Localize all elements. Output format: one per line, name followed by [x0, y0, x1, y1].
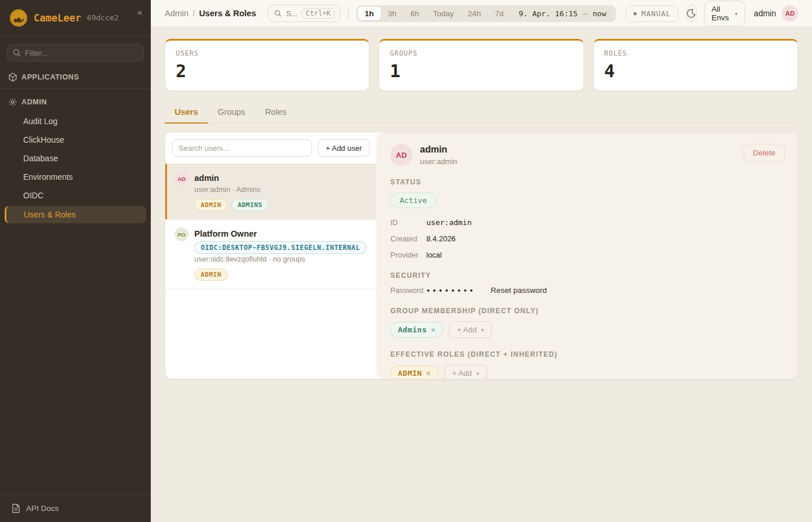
- user-list-item-platform-owner[interactable]: PO Platform Owner OIDC:DESKTOP-FB5VGJ9.S…: [165, 219, 376, 289]
- breadcrumb-separator: /: [193, 9, 195, 18]
- search-icon: [12, 48, 21, 57]
- delete-user-button[interactable]: Delete: [744, 144, 785, 162]
- time-range-1h[interactable]: 1h: [358, 7, 381, 20]
- api-docs-link[interactable]: API Docs: [0, 494, 151, 522]
- topbar-user: admin AD: [754, 5, 798, 21]
- stat-groups-value: 1: [390, 61, 572, 81]
- sidebar: « CameLeer 69dcce2 APPLICATIONS ADMIN Au…: [0, 0, 151, 522]
- time-from: 9. Apr. 16:15: [519, 9, 578, 18]
- sidebar-item-users-roles[interactable]: Users & Roles: [5, 206, 146, 223]
- status-badge: Active: [390, 193, 436, 208]
- sidebar-divider: [0, 88, 151, 89]
- stats-row: USERS 2 GROUPS 1 ROLES 4: [165, 39, 798, 91]
- reset-password-link[interactable]: Reset password: [491, 286, 547, 295]
- user-item-name: admin: [194, 172, 269, 183]
- user-list-toolbar: + Add user: [165, 132, 376, 164]
- remove-role-icon[interactable]: ×: [426, 369, 431, 378]
- manual-refresh-button[interactable]: ● MANUAL: [626, 5, 679, 22]
- section-applications: APPLICATIONS: [0, 65, 151, 87]
- search-users-input[interactable]: [172, 139, 312, 157]
- field-id-label: ID: [390, 218, 426, 227]
- stat-card-users: USERS 2: [165, 39, 369, 91]
- password-dots: ••••••••: [426, 287, 476, 295]
- topbar-username: admin: [754, 9, 776, 18]
- users-panel: + Add user AD admin user:admin · Admins …: [165, 132, 798, 379]
- user-detail-panel: Delete AD admin user:admin STATUS Active…: [376, 132, 798, 379]
- sidebar-filter-input[interactable]: [7, 44, 144, 61]
- camel-logo-icon: [9, 9, 28, 27]
- time-range-6h[interactable]: 6h: [404, 7, 426, 20]
- remove-group-icon[interactable]: ×: [431, 325, 436, 334]
- sidebar-item-clickhouse[interactable]: ClickHouse: [0, 131, 151, 148]
- avatar: AD: [390, 144, 412, 166]
- tab-roles[interactable]: Roles: [255, 103, 296, 124]
- user-item-name: Platform Owner: [194, 227, 367, 238]
- stat-users-label: USERS: [176, 49, 358, 57]
- role-chip-admin: ADMIN ×: [390, 365, 438, 379]
- breadcrumb-admin[interactable]: Admin: [165, 9, 188, 18]
- add-role-button[interactable]: + Add ▾: [444, 365, 487, 379]
- field-provider-value: local: [426, 251, 442, 259]
- chevron-down-icon: ▾: [735, 10, 738, 17]
- app-version: 69dcce2: [87, 13, 119, 22]
- gear-icon: [8, 97, 17, 107]
- stat-card-roles: ROLES 4: [593, 39, 798, 91]
- user-list-item-admin[interactable]: AD admin user:admin · Admins ADMIN ADMIN…: [165, 164, 376, 219]
- field-provider: Provider local: [390, 251, 784, 259]
- cube-icon: [8, 72, 17, 82]
- stat-groups-label: GROUPS: [390, 49, 572, 57]
- field-id: ID user:admin: [390, 218, 784, 227]
- add-role-label: + Add: [452, 369, 472, 378]
- stat-roles-value: 4: [604, 61, 787, 81]
- breadcrumb-current: Users & Roles: [199, 9, 256, 18]
- search-icon: [274, 9, 282, 17]
- section-admin-label: ADMIN: [21, 98, 47, 106]
- time-range-3h[interactable]: 3h: [381, 7, 404, 20]
- moon-icon: [687, 9, 696, 18]
- group-chip-label: Admins: [398, 325, 427, 334]
- group-badge: ADMINS: [231, 199, 269, 211]
- role-badge: ADMIN: [194, 199, 228, 211]
- tab-groups[interactable]: Groups: [208, 103, 255, 124]
- manual-label: MANUAL: [641, 9, 671, 18]
- search-label: S...: [286, 9, 298, 18]
- api-docs-label: API Docs: [26, 504, 59, 513]
- user-list-panel: + Add user AD admin user:admin · Admins …: [165, 132, 376, 379]
- field-created: Created 8.4.2026: [390, 234, 784, 243]
- user-list-empty-space: [165, 289, 376, 379]
- roles-section-label: EFFECTIVE ROLES (DIRECT + INHERITED): [390, 350, 784, 358]
- groups-section-label: GROUP MEMBERSHIP (DIRECT ONLY): [390, 307, 784, 315]
- avatar: PO: [175, 227, 188, 241]
- sidebar-item-environments[interactable]: Environments: [0, 168, 151, 186]
- user-item-meta: user:admin · Admins: [194, 186, 269, 194]
- user-avatar[interactable]: AD: [782, 5, 798, 21]
- environment-select-value: All Envs: [712, 5, 735, 22]
- time-range-today[interactable]: Today: [426, 7, 461, 20]
- avatar: AD: [175, 172, 188, 186]
- oidc-provider-badge: OIDC:DESKTOP-FB5VGJ9.SIEGELN.INTERNAL: [194, 241, 367, 254]
- dark-mode-toggle[interactable]: [686, 5, 697, 22]
- main-area: Admin / Users & Roles S... Ctrl+K 1h 3h …: [151, 0, 812, 522]
- time-range-24h[interactable]: 24h: [461, 7, 488, 20]
- detail-user-name: admin: [420, 144, 457, 155]
- sidebar-collapse-icon[interactable]: «: [135, 6, 145, 18]
- time-range-group: 1h 3h 6h Today 24h 7d 9. Apr. 16:15 – no…: [356, 5, 616, 22]
- field-created-value: 8.4.2026: [426, 234, 456, 243]
- user-item-meta: user:oidc:8evzqofluhld · no groups: [194, 255, 367, 263]
- add-group-button[interactable]: + Add ▾: [449, 321, 492, 338]
- sidebar-item-oidc[interactable]: OIDC: [0, 187, 151, 204]
- global-search-button[interactable]: S... Ctrl+K: [268, 5, 340, 22]
- sidebar-item-database[interactable]: Database: [0, 150, 151, 167]
- group-membership-row: Admins × + Add ▾: [390, 321, 784, 338]
- manual-dot-icon: ●: [633, 10, 637, 16]
- breadcrumb: Admin / Users & Roles: [165, 9, 256, 18]
- environment-select[interactable]: All Envs ▾: [704, 1, 745, 26]
- time-range-7d[interactable]: 7d: [488, 7, 510, 20]
- sidebar-item-audit-log[interactable]: Audit Log: [0, 113, 151, 130]
- tab-users[interactable]: Users: [165, 103, 208, 124]
- detail-user-id: user:admin: [420, 157, 457, 166]
- time-range-display[interactable]: 9. Apr. 16:15 – now: [510, 7, 614, 20]
- field-provider-label: Provider: [390, 251, 426, 259]
- add-user-button[interactable]: + Add user: [318, 139, 369, 157]
- document-icon: [12, 503, 20, 513]
